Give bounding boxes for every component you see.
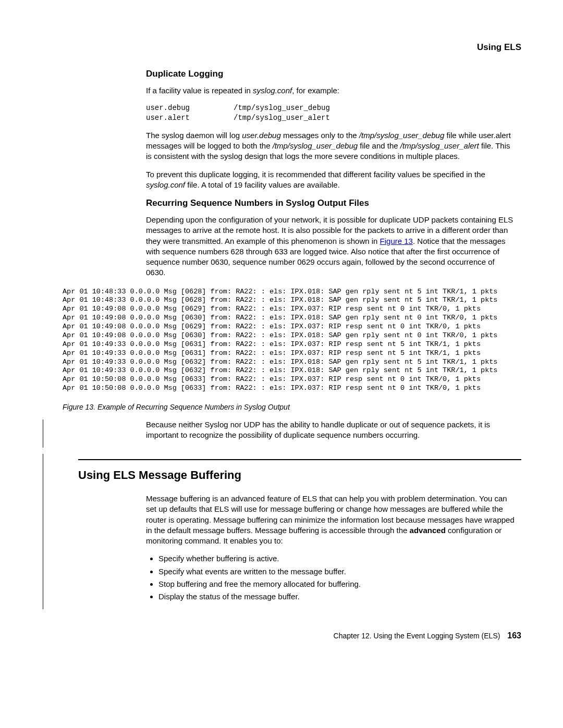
text: , for example: [292,86,339,95]
code-block: user.debug /tmp/syslog_user_debug user.a… [146,103,516,123]
paragraph: Depending upon the configuration of your… [146,215,516,278]
text-italic: /tmp/syslog_user_debug [273,141,358,150]
text: If a facility value is repeated in [146,86,253,95]
paragraph: Because neither Syslog nor UDP has the a… [146,419,516,441]
change-bar [42,419,57,448]
chapter-label: Chapter 12. Using the Event Logging Syst… [334,632,500,640]
text-italic: /tmp/syslog_user_alert [400,141,479,150]
text: messages only to the [281,131,359,140]
paragraph: The syslog daemon will log user.debug me… [146,130,516,162]
paragraph: Message buffering is an advanced feature… [146,493,516,546]
paragraph: To prevent this duplicate logging, it is… [146,169,516,191]
page-header-right: Using ELS [42,42,521,54]
text-italic: syslog.conf [146,180,185,189]
text-italic: /tmp/syslog_user_debug [359,131,444,140]
heading-recurring-sequence: Recurring Sequence Numbers in Syslog Out… [146,198,516,209]
list-item: Stop buffering and free the memory alloc… [158,579,516,589]
text-italic: syslog.conf [253,86,292,95]
syslog-output-block: Apr 01 10:48:33 0.0.0.0 Msg [0628] from:… [63,288,521,393]
text: file. A total of 19 facility values are … [185,180,340,189]
page-footer: Chapter 12. Using the Event Logging Syst… [42,630,521,641]
list-item: Specify what events are written to the m… [158,566,516,577]
text: The syslog daemon will log [146,131,242,140]
list-item: Display the status of the message buffer… [158,591,516,602]
text-bold: advanced [410,526,446,535]
section-rule [78,459,521,460]
list-item: Specify whether buffering is active. [158,553,516,564]
heading-duplicate-logging: Duplicate Logging [146,68,516,80]
paragraph: If a facility value is repeated in syslo… [146,85,516,96]
figure-link[interactable]: Figure 13 [380,237,413,245]
text: file and the [358,141,400,150]
page-number: 163 [507,631,521,640]
heading-message-buffering: Using ELS Message Buffering [78,467,521,483]
text: To prevent this duplicate logging, it is… [146,170,485,179]
text-italic: user.debug [242,131,281,140]
figure-caption: Figure 13. Example of Recurring Sequence… [63,402,521,412]
change-bar [42,454,57,609]
bullet-list: Specify whether buffering is active. Spe… [146,553,516,602]
